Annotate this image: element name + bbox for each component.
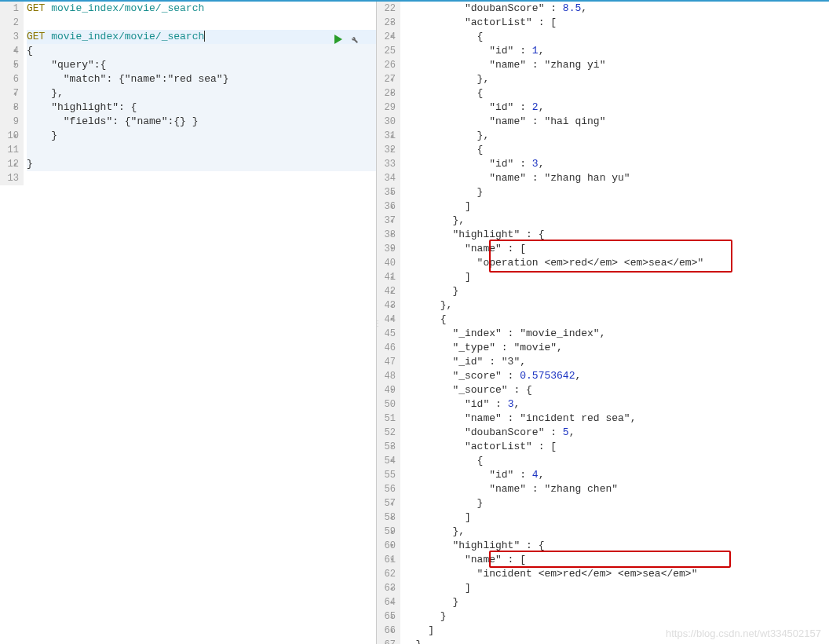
- code-line[interactable]: "highlight" : {: [404, 539, 829, 553]
- code-line[interactable]: "_source" : {: [404, 383, 829, 397]
- fold-toggle-icon[interactable]: ▾: [390, 440, 394, 454]
- code-line[interactable]: "doubanScore" : 8.5,: [404, 2, 829, 16]
- fold-toggle-icon[interactable]: ▾: [390, 86, 394, 101]
- code-line[interactable]: "_type" : "movie",: [404, 341, 829, 355]
- code-line[interactable]: [27, 143, 376, 157]
- code-line[interactable]: "name" : "zhang yi": [404, 58, 829, 72]
- code-line[interactable]: ]: [404, 624, 829, 638]
- code-line[interactable]: },: [404, 129, 829, 143]
- code-line[interactable]: {: [404, 313, 829, 327]
- code-line[interactable]: },: [404, 72, 829, 86]
- code-line[interactable]: ]: [404, 510, 829, 525]
- code-line[interactable]: },: [404, 214, 829, 228]
- fold-toggle-icon[interactable]: ▾: [13, 58, 17, 72]
- code-line[interactable]: "highlight": {: [27, 101, 376, 115]
- code-line[interactable]: }: [27, 157, 376, 171]
- response-code-area[interactable]: "doubanScore" : 8.5, "actorList" : [ { "…: [400, 2, 829, 644]
- fold-toggle-icon[interactable]: ▴: [13, 129, 17, 143]
- code-line[interactable]: ]: [404, 199, 829, 214]
- code-line[interactable]: "name" : "incident red sea",: [404, 412, 829, 426]
- fold-toggle-icon[interactable]: ▴: [390, 214, 394, 228]
- code-line[interactable]: "actorList" : [: [404, 16, 829, 30]
- fold-toggle-icon[interactable]: ▴: [390, 129, 394, 143]
- fold-toggle-icon[interactable]: ▴: [390, 284, 394, 298]
- code-line[interactable]: }: [404, 185, 829, 199]
- line-number: 65▴: [377, 609, 396, 624]
- code-line[interactable]: },: [404, 525, 829, 539]
- code-line[interactable]: }: [404, 609, 829, 624]
- fold-toggle-icon[interactable]: ▾: [13, 101, 17, 115]
- fold-toggle-icon[interactable]: ▴: [390, 199, 394, 214]
- code-line[interactable]: GET movie_index/movie/_search: [27, 2, 376, 16]
- fold-toggle-icon[interactable]: ▾: [390, 16, 394, 30]
- code-line[interactable]: "doubanScore" : 5,: [404, 426, 829, 440]
- fold-toggle-icon[interactable]: ▴: [390, 510, 394, 525]
- fold-toggle-icon[interactable]: ▾: [390, 242, 394, 256]
- code-line[interactable]: "query":{: [27, 58, 376, 72]
- fold-toggle-icon[interactable]: ▴: [390, 595, 394, 609]
- code-line[interactable]: "name" : "hai qing": [404, 115, 829, 129]
- fold-toggle-icon[interactable]: ▴: [390, 581, 394, 595]
- code-line[interactable]: "fields": {"name":{} }: [27, 115, 376, 129]
- fold-toggle-icon[interactable]: ▾: [390, 454, 394, 468]
- code-line[interactable]: "name" : "zhang chen": [404, 482, 829, 496]
- code-line[interactable]: {: [404, 86, 829, 101]
- line-number: 10▴: [0, 129, 19, 143]
- fold-toggle-icon[interactable]: ▾: [390, 313, 394, 327]
- code-line[interactable]: "id" : 4,: [404, 468, 829, 482]
- code-line[interactable]: {: [404, 454, 829, 468]
- fold-toggle-icon[interactable]: ▴: [390, 525, 394, 539]
- code-line[interactable]: GET movie_index/movie/_search: [27, 30, 376, 44]
- code-line[interactable]: "incident <em>red</em> <em>sea</em>": [404, 567, 829, 581]
- code-line[interactable]: }: [404, 595, 829, 609]
- code-line[interactable]: }: [404, 284, 829, 298]
- code-line[interactable]: }: [404, 638, 829, 644]
- fold-toggle-icon[interactable]: ▾: [390, 539, 394, 553]
- fold-toggle-icon[interactable]: ▾: [390, 30, 394, 44]
- code-line[interactable]: "id" : 3,: [404, 397, 829, 412]
- fold-toggle-icon[interactable]: ▴: [13, 157, 17, 171]
- code-line[interactable]: "id" : 2,: [404, 101, 829, 115]
- code-line[interactable]: "actorList" : [: [404, 440, 829, 454]
- fold-toggle-icon[interactable]: ▾: [13, 44, 17, 58]
- code-line[interactable]: {: [404, 30, 829, 44]
- code-line[interactable]: "highlight" : {: [404, 228, 829, 242]
- code-line[interactable]: "_id" : "3",: [404, 355, 829, 369]
- right-line-gutter: 2223▾24▾252627▴28▾293031▴32▾333435▴36▴37…: [377, 2, 400, 644]
- fold-toggle-icon[interactable]: ▾: [390, 553, 394, 567]
- code-line[interactable]: "_score" : 0.5753642,: [404, 369, 829, 383]
- fold-toggle-icon[interactable]: ▴: [390, 638, 394, 644]
- code-line[interactable]: {: [404, 143, 829, 157]
- request-code-area[interactable]: GET movie_index/movie/_searchGET movie_i…: [24, 2, 376, 185]
- fold-toggle-icon[interactable]: ▴: [390, 609, 394, 624]
- code-line[interactable]: [27, 171, 376, 185]
- code-line[interactable]: },: [27, 86, 376, 101]
- code-line[interactable]: "name" : "zhang han yu": [404, 171, 829, 185]
- fold-toggle-icon[interactable]: ▴: [390, 298, 394, 313]
- code-line[interactable]: "operation <em>red</em> <em>sea</em>": [404, 256, 829, 270]
- fold-toggle-icon[interactable]: ▴: [390, 72, 394, 86]
- code-line[interactable]: "id" : 1,: [404, 44, 829, 58]
- code-line[interactable]: }: [27, 129, 376, 143]
- fold-toggle-icon[interactable]: ▾: [390, 228, 394, 242]
- fold-toggle-icon[interactable]: ▴: [390, 496, 394, 510]
- fold-toggle-icon[interactable]: ▾: [390, 383, 394, 397]
- fold-toggle-icon[interactable]: ▾: [390, 143, 394, 157]
- code-line[interactable]: "match": {"name":"red sea"}: [27, 72, 376, 86]
- code-line[interactable]: ]: [404, 581, 829, 595]
- code-line[interactable]: {: [27, 44, 376, 58]
- code-line[interactable]: "name" : [: [404, 553, 829, 567]
- fold-toggle-icon[interactable]: ▴: [13, 86, 17, 101]
- code-line[interactable]: ]: [404, 270, 829, 284]
- code-line[interactable]: },: [404, 298, 829, 313]
- fold-toggle-icon[interactable]: ▴: [390, 185, 394, 199]
- code-line[interactable]: [27, 16, 376, 30]
- fold-toggle-icon[interactable]: ▴: [390, 270, 394, 284]
- fold-toggle-icon[interactable]: ▴: [390, 624, 394, 638]
- run-query-icon[interactable]: [334, 35, 343, 47]
- code-line[interactable]: }: [404, 496, 829, 510]
- code-line[interactable]: "_index" : "movie_index",: [404, 327, 829, 341]
- code-line[interactable]: "name" : [: [404, 242, 829, 256]
- code-line[interactable]: "id" : 3,: [404, 157, 829, 171]
- wrench-icon[interactable]: [349, 35, 359, 47]
